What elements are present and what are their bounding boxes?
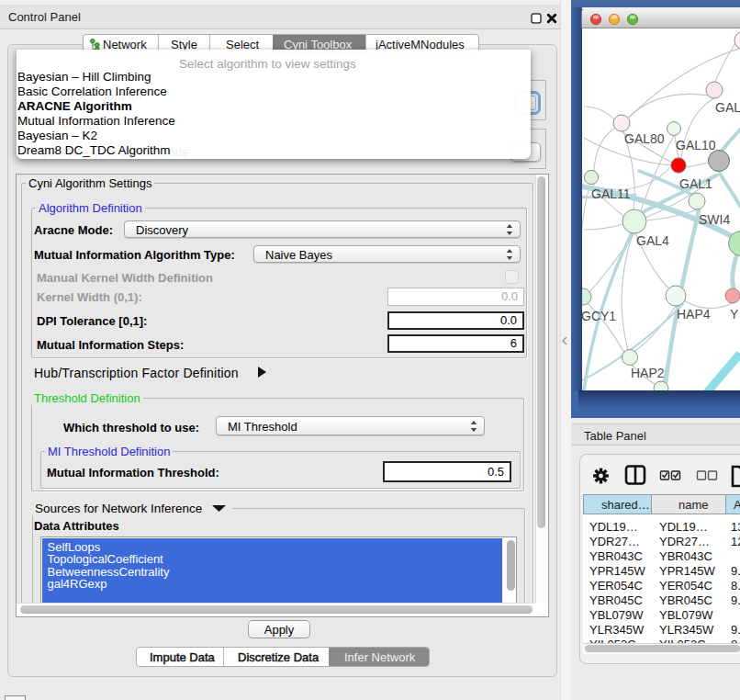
svg-text:GAL2: GAL2	[715, 100, 740, 115]
svg-text:GAL10: GAL10	[676, 138, 716, 152]
svg-text:GAL4: GAL4	[636, 233, 669, 248]
svg-text:SWI4: SWI4	[699, 212, 730, 227]
svg-text:GAL80: GAL80	[624, 131, 665, 146]
svg-text:Y: Y	[730, 307, 739, 322]
svg-text:GAL11: GAL11	[591, 186, 631, 201]
svg-text:GAL1: GAL1	[679, 176, 712, 191]
svg-text:HAP2: HAP2	[631, 366, 665, 380]
svg-text:GCY1: GCY1	[582, 309, 616, 323]
svg-text:HAP4: HAP4	[677, 307, 711, 322]
